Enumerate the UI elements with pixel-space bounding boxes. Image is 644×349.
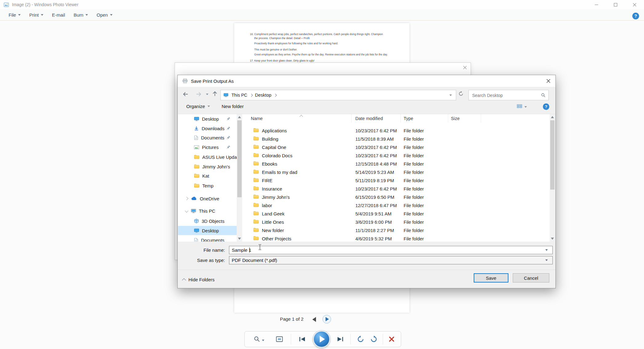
hide-folders-button[interactable]: Hide Folders	[183, 275, 215, 284]
menu-burn[interactable]: Burn	[69, 9, 93, 20]
save-as-type-dropdown-icon[interactable]	[545, 259, 548, 261]
file-row-ebooks[interactable]: Ebooks12/15/2018 4:48 PMFile folder	[242, 160, 550, 168]
file-list-scrollbar[interactable]	[550, 114, 555, 242]
file-row-fire[interactable]: FIRE5/11/2019 8:19 PMFile folder	[242, 176, 550, 185]
chevron-right-icon[interactable]	[250, 94, 253, 97]
file-row-labor[interactable]: labor12/27/2018 6:47 PMFile folder	[242, 201, 550, 210]
file-row-building[interactable]: Building11/5/2018 8:39 AMFile folder	[242, 135, 550, 143]
sidebar-item-this-pc[interactable]: This PC	[178, 206, 237, 215]
delete-icon[interactable]	[389, 336, 395, 342]
address-dropdown-icon[interactable]	[449, 94, 452, 96]
column-header-type[interactable]: Type	[401, 114, 448, 123]
help-icon[interactable]: ?	[632, 13, 639, 19]
menu-open[interactable]: Open	[92, 9, 117, 20]
forward-icon[interactable]	[196, 92, 202, 97]
file-date-modified: 12/27/2018 6:47 PM	[355, 201, 397, 210]
sidebar-item-kat[interactable]: Kat	[178, 171, 237, 180]
new-folder-button[interactable]: New folder	[222, 104, 244, 109]
sidebar-item-onedrive[interactable]: OneDrive	[178, 194, 237, 203]
address-bar[interactable]: This PCDesktop	[220, 90, 456, 100]
file-name-dropdown-icon[interactable]	[545, 249, 548, 251]
save-as-type-select[interactable]: PDF Document (*.pdf)	[229, 256, 553, 264]
file-row-jimmy-john-s[interactable]: Jimmy John's6/15/2019 6:50 PMFile folder	[242, 193, 550, 201]
background-dialog-close-icon[interactable]	[463, 66, 467, 70]
change-view-button[interactable]	[517, 104, 527, 110]
pin-icon[interactable]	[227, 117, 231, 121]
sidebar-item-pictures[interactable]: Pictures	[178, 142, 237, 152]
sidebar-item-label: OneDrive	[200, 196, 219, 201]
zoom-dropdown-icon[interactable]	[262, 340, 264, 341]
sidebar-item-desktop[interactable]: Desktop	[178, 114, 237, 123]
menu-print[interactable]: Print	[25, 9, 48, 20]
cancel-button[interactable]: Cancel	[513, 273, 549, 283]
sidebar-scrollbar[interactable]	[237, 114, 242, 242]
scroll-down-icon[interactable]	[238, 238, 241, 240]
file-row-land-geek[interactable]: Land Geek5/4/2019 9:51 AMFile folder	[242, 210, 550, 218]
file-row-emails-to-my-dad[interactable]: Emails to my dad5/14/2019 5:23 AMFile fo…	[242, 168, 550, 176]
save-print-output-dialog: Save Print Output As This PCDesktop	[177, 75, 556, 288]
save-button[interactable]: Save	[474, 273, 508, 283]
scroll-down-icon[interactable]	[551, 238, 554, 240]
scrollbar-thumb[interactable]	[550, 120, 555, 190]
maximize-button[interactable]	[606, 0, 625, 9]
chevron-down-icon[interactable]	[185, 209, 188, 212]
column-header-name[interactable]: Name	[242, 114, 352, 123]
column-header-date-modified[interactable]: Date modified	[352, 114, 401, 123]
organize-button[interactable]: Organize	[186, 104, 210, 109]
pin-icon[interactable]	[227, 126, 231, 130]
menu-e-mail[interactable]: E-mail	[48, 9, 69, 20]
close-button[interactable]	[625, 0, 644, 9]
file-name: Emails to my dad	[262, 168, 351, 176]
file-row-other-projects[interactable]: Other Projects4/6/2019 5:32 PMFile folde…	[242, 235, 550, 242]
dialog-help-icon[interactable]: ?	[543, 103, 549, 110]
play-slideshow-button[interactable]	[313, 331, 330, 348]
scroll-up-icon[interactable]	[551, 116, 554, 118]
file-row-insurance[interactable]: Insurance10/23/2017 6:42 PMFile folder	[242, 185, 550, 193]
file-name: Ebooks	[262, 160, 351, 168]
previous-image-icon[interactable]	[299, 337, 306, 342]
pin-icon[interactable]	[227, 135, 231, 139]
chevron-right-icon[interactable]	[274, 94, 277, 97]
scroll-up-icon[interactable]	[238, 116, 241, 118]
search-icon[interactable]	[541, 93, 546, 98]
actual-size-icon[interactable]	[276, 336, 283, 342]
minimize-button[interactable]	[587, 0, 606, 9]
sidebar-item-temp[interactable]: Temp	[178, 181, 237, 190]
pin-icon[interactable]	[227, 145, 231, 149]
previous-page-icon[interactable]	[312, 317, 316, 322]
file-row-new-folder[interactable]: New folder11/1/2018 2:27 PMFile folder	[242, 226, 550, 235]
sidebar-item-documents[interactable]: Documents	[178, 235, 237, 242]
up-icon[interactable]	[212, 91, 217, 97]
column-header-size[interactable]: Size	[448, 114, 481, 123]
breadcrumb-item-this-pc[interactable]: This PC	[231, 93, 247, 98]
file-row-capital-one[interactable]: Capital One10/23/2017 6:42 PMFile folder	[242, 143, 550, 151]
refresh-icon[interactable]	[458, 91, 464, 96]
back-icon[interactable]	[183, 92, 189, 97]
folder-icon	[253, 170, 259, 174]
file-row-applications[interactable]: Applications10/23/2017 6:42 PMFile folde…	[242, 126, 550, 135]
file-row-colorado-docs[interactable]: Colorado Docs10/23/2017 6:42 PMFile fold…	[242, 151, 550, 160]
file-name-input[interactable]	[229, 246, 553, 254]
next-image-icon[interactable]	[337, 337, 344, 342]
menu-file[interactable]: File	[4, 9, 25, 20]
zoom-icon[interactable]	[254, 336, 260, 343]
dialog-close-button[interactable]	[541, 75, 555, 87]
sidebar-item-jimmy-john-s[interactable]: Jimmy John's	[178, 162, 237, 171]
rotate-counterclockwise-icon[interactable]	[357, 335, 364, 343]
breadcrumb-item-desktop[interactable]: Desktop	[255, 93, 271, 98]
text-caret	[249, 247, 250, 253]
sidebar-item-desktop[interactable]: Desktop	[178, 226, 237, 235]
file-type: File folder	[404, 201, 424, 210]
search-input[interactable]	[472, 91, 536, 100]
sidebar-item-3d-objects[interactable]: 3D Objects	[178, 216, 237, 226]
chevron-right-icon[interactable]	[185, 197, 188, 200]
sidebar-item-asus-live-update[interactable]: ASUS Live Update	[178, 152, 237, 162]
preview-line: This must be genuine or don't bother.	[254, 48, 297, 51]
recent-locations-dropdown-icon[interactable]	[206, 94, 208, 95]
sidebar-item-documents[interactable]: Documents	[178, 133, 237, 142]
sidebar-item-downloads[interactable]: Downloads	[178, 124, 237, 133]
next-page-button[interactable]	[322, 315, 331, 323]
rotate-clockwise-icon[interactable]	[370, 335, 377, 343]
scrollbar-thumb[interactable]	[237, 120, 242, 197]
file-row-little-ones[interactable]: Little Ones3/6/2019 6:00 PMFile folder	[242, 218, 550, 226]
